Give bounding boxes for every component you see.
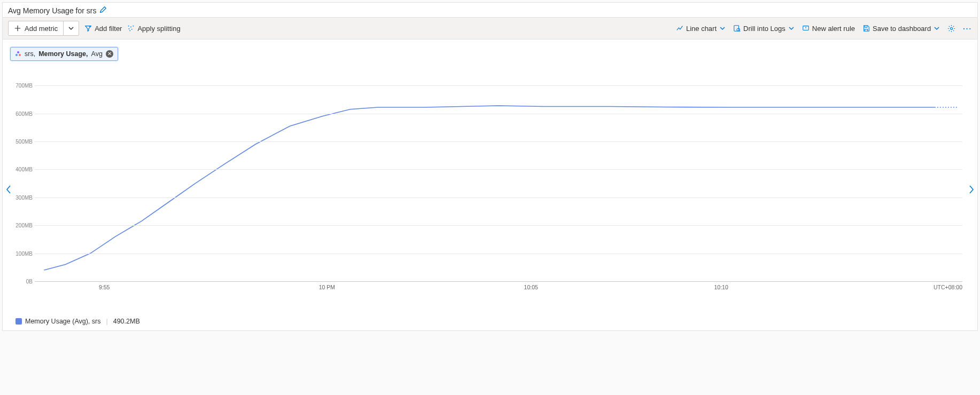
new-alert-button[interactable]: New alert rule [802, 25, 855, 33]
save-dashboard-label: Save to dashboard [873, 25, 931, 33]
svg-point-4 [131, 29, 133, 30]
add-filter-label: Add filter [95, 25, 122, 33]
save-icon [862, 25, 870, 32]
pill-agg: Avg [91, 50, 103, 58]
timezone-label: UTC+08:00 [934, 284, 962, 290]
line-series [35, 72, 962, 281]
scroll-left-button[interactable] [4, 184, 13, 195]
add-filter-button[interactable]: Add filter [84, 25, 122, 33]
gridline [35, 114, 962, 114]
apply-splitting-label: Apply splitting [137, 25, 180, 33]
metric-pill-row: srs, Memory Usage, Avg ✕ [3, 40, 977, 61]
metric-pill[interactable]: srs, Memory Usage, Avg ✕ [10, 47, 118, 61]
legend-swatch [15, 318, 22, 325]
alert-icon [802, 25, 810, 32]
legend-value: 490.2MB [113, 318, 140, 325]
add-metric-button[interactable]: Add metric [8, 21, 79, 36]
save-dashboard-dropdown[interactable]: Save to dashboard [862, 25, 940, 33]
svg-point-3 [129, 28, 130, 29]
y-tick-label: 700MB [13, 83, 33, 89]
metrics-panel: Avg Memory Usage for srs Add metric Add … [2, 2, 978, 331]
chevron-right-icon [968, 184, 975, 195]
chart-title: Avg Memory Usage for srs [8, 6, 96, 15]
add-metric-label: Add metric [25, 25, 58, 33]
edit-title-icon[interactable] [99, 6, 107, 15]
gear-icon [947, 25, 955, 33]
chevron-down-icon [719, 25, 726, 31]
chart-type-dropdown[interactable]: Line chart [676, 25, 726, 33]
title-row: Avg Memory Usage for srs [3, 3, 977, 17]
chart-type-label: Line chart [686, 25, 717, 33]
gridline [35, 254, 962, 254]
y-tick-label: 0B [13, 279, 33, 285]
apply-splitting-button[interactable]: Apply splitting [127, 25, 180, 33]
x-tick-label: 10 PM [319, 284, 335, 290]
logs-icon [733, 25, 741, 32]
grid-area: 0B100MB200MB300MB400MB500MB600MB700MB [35, 72, 962, 281]
svg-point-11 [15, 54, 18, 56]
toolbar: Add metric Add filter Apply splitting Li… [3, 17, 977, 40]
chart-area: 0B100MB200MB300MB400MB500MB600MB700MB UT… [3, 61, 977, 318]
legend-label: Memory Usage (Avg), srs [25, 318, 100, 325]
svg-point-2 [133, 26, 134, 27]
svg-point-10 [17, 51, 19, 53]
legend: Memory Usage (Avg), srs | 490.2MB [3, 318, 977, 330]
filter-icon [84, 25, 92, 32]
gridline [35, 141, 962, 142]
y-tick-label: 200MB [13, 223, 33, 228]
chevron-down-icon [68, 25, 74, 31]
new-alert-label: New alert rule [812, 25, 855, 33]
x-tick-label: 10:10 [714, 284, 728, 290]
y-tick-label: 600MB [13, 110, 33, 116]
y-tick-label: 500MB [13, 138, 33, 144]
svg-point-0 [128, 26, 129, 27]
x-tick-label: 9:55 [99, 284, 110, 290]
chevron-down-icon [934, 25, 940, 31]
more-button[interactable]: ··· [963, 25, 972, 33]
legend-separator: | [106, 318, 107, 325]
split-icon [127, 25, 135, 32]
pill-resource: srs, [25, 50, 35, 58]
svg-point-9 [951, 27, 953, 29]
add-metric-chevron[interactable] [64, 21, 79, 35]
svg-point-12 [19, 54, 21, 56]
settings-button[interactable] [947, 25, 955, 33]
gridline [35, 198, 962, 198]
y-tick-label: 300MB [13, 194, 33, 200]
x-axis: UTC+08:00 9:5510 PM10:0510:10 [35, 281, 962, 291]
gridline [35, 85, 962, 86]
svg-point-5 [130, 30, 131, 31]
plus-icon [14, 25, 21, 32]
gridline [35, 169, 962, 170]
svg-point-1 [131, 27, 132, 28]
chevron-left-icon [5, 184, 12, 195]
gridline [35, 225, 962, 226]
y-tick-label: 100MB [13, 250, 33, 256]
remove-pill-icon[interactable]: ✕ [106, 50, 113, 58]
chevron-down-icon [788, 25, 795, 31]
y-tick-label: 400MB [13, 167, 33, 172]
pill-metric: Memory Usage, [38, 50, 88, 58]
line-chart-icon [676, 25, 683, 32]
resource-icon [15, 51, 21, 57]
scroll-right-button[interactable] [967, 184, 976, 195]
x-tick-label: 10:05 [524, 284, 538, 290]
drill-logs-label: Drill into Logs [743, 25, 785, 33]
drill-logs-dropdown[interactable]: Drill into Logs [733, 25, 795, 33]
plot: 0B100MB200MB300MB400MB500MB600MB700MB UT… [13, 72, 962, 312]
